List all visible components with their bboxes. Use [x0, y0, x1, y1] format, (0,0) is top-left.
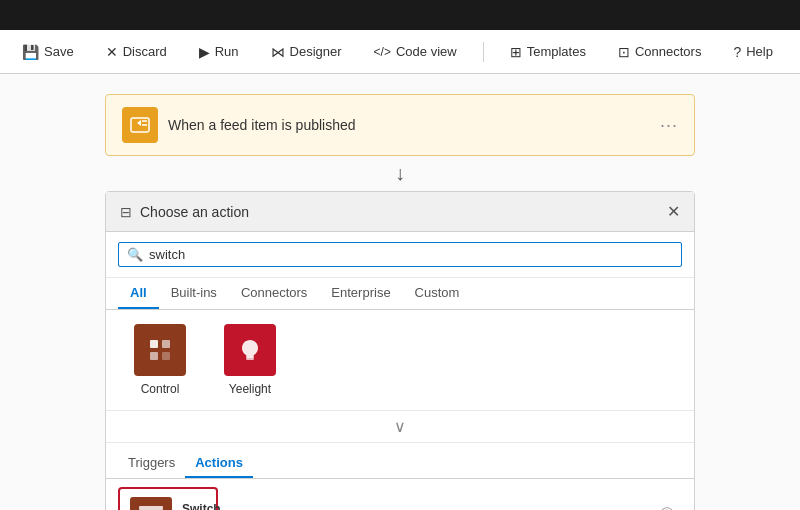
connectors-button[interactable]: ⊡ Connectors: [612, 40, 707, 64]
help-button[interactable]: ? Help: [727, 40, 779, 64]
connectors-icon: ⊡: [618, 44, 630, 60]
result-item-name: Switch: [182, 502, 221, 510]
code-view-icon: </>: [374, 45, 391, 59]
tab-builtins[interactable]: Built-ins: [159, 278, 229, 309]
designer-label: Designer: [290, 44, 342, 59]
search-icon: 🔍: [127, 247, 143, 262]
result-items: Switch Control ⓘ: [106, 479, 694, 510]
icon-item-yeelight[interactable]: Yeelight: [210, 324, 290, 396]
trigger-title: When a feed item is published: [168, 117, 650, 133]
icons-grid: Control Yeelight: [106, 310, 694, 411]
icon-item-control[interactable]: Control: [120, 324, 200, 396]
run-icon: ▶: [199, 44, 210, 60]
action-header-icon: ⊟: [120, 204, 132, 220]
connectors-label: Connectors: [635, 44, 701, 59]
tab-custom[interactable]: Custom: [403, 278, 472, 309]
tab-triggers[interactable]: Triggers: [118, 449, 185, 478]
arrow-down: ↓: [40, 162, 760, 185]
action-panel-header: ⊟ Choose an action ✕: [106, 192, 694, 232]
trigger-block: When a feed item is published ···: [105, 94, 695, 156]
svg-rect-2: [162, 340, 170, 348]
run-button[interactable]: ▶ Run: [193, 40, 245, 64]
trigger-more-icon[interactable]: ···: [660, 115, 678, 136]
filter-tabs: All Built-ins Connectors Enterprise Cust…: [106, 278, 694, 310]
help-label: Help: [746, 44, 773, 59]
search-input[interactable]: [149, 247, 673, 262]
tab-actions[interactable]: Actions: [185, 449, 253, 478]
tab-connectors[interactable]: Connectors: [229, 278, 319, 309]
templates-button[interactable]: ⊞ Templates: [504, 40, 592, 64]
icon-label-control: Control: [141, 382, 180, 396]
close-button[interactable]: ✕: [667, 202, 680, 221]
icon-label-yeelight: Yeelight: [229, 382, 271, 396]
result-item-switch[interactable]: Switch Control: [118, 487, 218, 510]
trigger-icon: [122, 107, 158, 143]
save-label: Save: [44, 44, 74, 59]
search-bar: 🔍: [106, 232, 694, 278]
svg-rect-6: [139, 506, 163, 510]
code-view-label: Code view: [396, 44, 457, 59]
info-icon[interactable]: ⓘ: [660, 506, 674, 510]
canvas: When a feed item is published ··· ↓ ⊟ Ch…: [0, 74, 800, 510]
tab-enterprise[interactable]: Enterprise: [319, 278, 402, 309]
toolbar-separator: [483, 42, 484, 62]
svg-rect-5: [246, 358, 254, 360]
templates-icon: ⊞: [510, 44, 522, 60]
save-icon: 💾: [22, 44, 39, 60]
designer-button[interactable]: ⋈ Designer: [265, 40, 348, 64]
result-icon-box: [130, 497, 172, 510]
discard-button[interactable]: ✕ Discard: [100, 40, 173, 64]
action-panel-title: Choose an action: [140, 204, 249, 220]
action-tabs: Triggers Actions: [106, 443, 694, 479]
help-icon: ?: [733, 44, 741, 60]
action-panel: ⊟ Choose an action ✕ 🔍 All Built-ins Con…: [105, 191, 695, 510]
code-view-button[interactable]: </> Code view: [368, 40, 463, 63]
toolbar: 💾 Save ✕ Discard ▶ Run ⋈ Designer </> Co…: [0, 30, 800, 74]
discard-icon: ✕: [106, 44, 118, 60]
svg-rect-4: [162, 352, 170, 360]
svg-rect-1: [150, 340, 158, 348]
designer-icon: ⋈: [271, 44, 285, 60]
save-button[interactable]: 💾 Save: [16, 40, 80, 64]
discard-label: Discard: [123, 44, 167, 59]
templates-label: Templates: [527, 44, 586, 59]
top-bar: [0, 0, 800, 30]
run-label: Run: [215, 44, 239, 59]
svg-rect-3: [150, 352, 158, 360]
tab-all[interactable]: All: [118, 278, 159, 309]
expand-row[interactable]: ∨: [106, 411, 694, 443]
